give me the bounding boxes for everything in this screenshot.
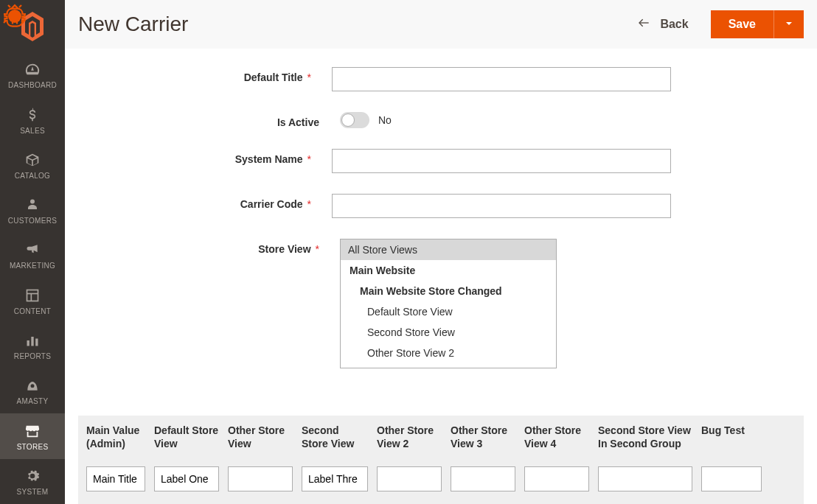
- store-labels-grid: Main Value (Admin) Default Store View Ot…: [78, 416, 804, 504]
- field-label: Default Title*: [78, 67, 332, 83]
- store-view-multiselect[interactable]: All Store Views Main Website Main Websit…: [340, 239, 557, 368]
- label-input[interactable]: [154, 466, 219, 491]
- gear-icon: [25, 467, 40, 485]
- label-input-admin[interactable]: [86, 466, 145, 491]
- page-header: New Carrier Back Save: [65, 0, 817, 49]
- default-title-input[interactable]: [332, 67, 671, 91]
- nav-label: CONTENT: [14, 307, 51, 315]
- field-default-title: Default Title*: [78, 67, 671, 91]
- grid-header: Other Store View: [228, 424, 293, 450]
- required-mark: *: [307, 71, 311, 83]
- dashboard-icon: [24, 60, 41, 78]
- field-label: System Name*: [78, 149, 332, 165]
- grid-body-row: [79, 458, 803, 504]
- person-icon: [26, 196, 39, 214]
- page-title: New Carrier: [78, 13, 188, 36]
- magento-logo[interactable]: [0, 0, 65, 52]
- grid-header-row: Main Value (Admin) Default Store View Ot…: [79, 416, 803, 458]
- nav-catalog[interactable]: CATALOG: [0, 143, 65, 188]
- svg-rect-4: [27, 340, 29, 346]
- store-view-option[interactable]: All Store Views: [341, 239, 556, 260]
- field-store-view: Store View* All Store Views Main Website…: [78, 239, 671, 368]
- bug-icon: [1, 1, 28, 34]
- grid-header: Main Value (Admin): [86, 424, 145, 450]
- nav-label: REPORTS: [14, 352, 51, 360]
- grid-header: Default Store View: [154, 424, 219, 450]
- nav-label: CUSTOMERS: [8, 217, 57, 225]
- box-icon: [25, 151, 40, 169]
- grid-header: Bug Test: [701, 424, 762, 437]
- store-view-option[interactable]: Main Website Store Changed: [341, 281, 556, 301]
- label-input[interactable]: [302, 466, 368, 491]
- admin-sidebar: DASHBOARD SALES CATALOG CUSTOMERS MARKET…: [0, 0, 65, 504]
- save-button-group: Save: [711, 10, 804, 38]
- field-carrier-code: Carrier Code*: [78, 194, 671, 218]
- required-mark: *: [316, 243, 319, 255]
- svg-rect-1: [27, 290, 38, 301]
- grid-header: Other Store View 4: [524, 424, 589, 450]
- nav-sales[interactable]: SALES: [0, 97, 65, 142]
- required-mark: *: [307, 198, 311, 210]
- nav-marketing[interactable]: MARKETING: [0, 233, 65, 278]
- nav-stores[interactable]: STORES: [0, 413, 65, 458]
- header-actions: Back Save: [627, 10, 804, 38]
- store-view-option[interactable]: Main Website: [341, 260, 556, 281]
- system-name-input[interactable]: [332, 149, 671, 173]
- label-input[interactable]: [598, 466, 692, 491]
- nav-label: MARKETING: [10, 262, 55, 270]
- nav-label: DASHBOARD: [8, 81, 57, 89]
- required-mark: *: [307, 153, 311, 165]
- chevron-down-icon: [785, 19, 793, 30]
- save-dropdown-toggle[interactable]: [773, 10, 804, 38]
- field-system-name: System Name*: [78, 149, 671, 173]
- label-input[interactable]: [524, 466, 589, 491]
- arrow-left-icon: [636, 17, 651, 32]
- nav-amasty[interactable]: AMASTY: [0, 368, 65, 413]
- bars-icon: [25, 332, 40, 349]
- nav-dashboard[interactable]: DASHBOARD: [0, 52, 65, 97]
- nav-label: SYSTEM: [17, 488, 49, 496]
- nav-label: AMASTY: [17, 397, 49, 405]
- grid-header: Other Store View 3: [451, 424, 515, 450]
- nav-customers[interactable]: CUSTOMERS: [0, 188, 65, 233]
- carrier-code-input[interactable]: [332, 194, 671, 218]
- field-label: Carrier Code*: [78, 194, 332, 210]
- store-view-option[interactable]: Second Store View: [341, 322, 556, 343]
- toggle-knob: [341, 113, 355, 127]
- store-icon: [24, 422, 41, 440]
- save-button[interactable]: Save: [711, 10, 773, 38]
- megaphone-icon: [25, 241, 40, 259]
- svg-rect-6: [35, 339, 38, 346]
- nav-reports[interactable]: REPORTS: [0, 323, 65, 368]
- svg-rect-5: [31, 337, 33, 346]
- grid-header: Second Store View: [302, 424, 368, 450]
- is-active-toggle[interactable]: [340, 112, 369, 128]
- main-content: New Carrier Back Save Default Title*: [65, 0, 817, 504]
- dollar-icon: [25, 106, 40, 124]
- nav-label: SALES: [20, 127, 45, 135]
- nav-content[interactable]: CONTENT: [0, 279, 65, 323]
- store-view-option[interactable]: Default Store View: [341, 301, 556, 322]
- label-input[interactable]: [228, 466, 293, 491]
- amasty-icon: [25, 377, 40, 394]
- layout-icon: [25, 287, 40, 304]
- svg-point-0: [8, 10, 21, 23]
- nav-label: CATALOG: [15, 172, 50, 180]
- label-input[interactable]: [451, 466, 515, 491]
- label-input[interactable]: [701, 466, 762, 491]
- grid-header: Second Store View In Second Group: [598, 424, 692, 450]
- back-label: Back: [660, 18, 688, 31]
- label-input[interactable]: [377, 466, 442, 491]
- back-button[interactable]: Back: [627, 11, 697, 38]
- field-label: Is Active: [78, 112, 340, 128]
- carrier-form: Default Title* Is Active No System Name*…: [65, 49, 684, 407]
- field-label: Store View*: [78, 239, 340, 255]
- nav-label: STORES: [17, 443, 49, 451]
- nav-system[interactable]: SYSTEM: [0, 459, 65, 504]
- grid-header: Other Store View 2: [377, 424, 442, 450]
- store-view-option[interactable]: Other Store View 2: [341, 343, 556, 363]
- field-is-active: Is Active No: [78, 112, 671, 128]
- toggle-state-label: No: [378, 114, 392, 126]
